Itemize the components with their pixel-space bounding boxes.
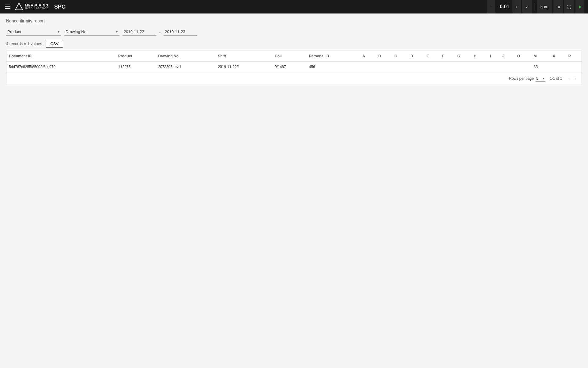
- cell-10: [424, 62, 440, 72]
- cell-3: 2019-11-22/1: [215, 62, 272, 72]
- page-title: Nonconfirmity report: [6, 18, 582, 23]
- rows-per-page-select[interactable]: 5 10 25: [536, 76, 545, 82]
- minus-icon: −: [490, 5, 492, 9]
- col-o[interactable]: O: [515, 51, 531, 62]
- date-to-input[interactable]: [164, 28, 197, 36]
- col-j[interactable]: J: [500, 51, 515, 62]
- prev-page-button[interactable]: ‹: [567, 75, 572, 82]
- fullscreen-icon: ⛶: [567, 5, 571, 9]
- col-d[interactable]: D: [408, 51, 424, 62]
- brand-logo: MEASURING INTELLIGENCE: [15, 2, 49, 11]
- logout-button[interactable]: ⇥: [553, 0, 563, 13]
- user-button[interactable]: guru: [537, 0, 552, 13]
- table-row[interactable]: 5dd767c6255f85002f6ce9791129752078305 re…: [6, 62, 582, 72]
- logout-icon: ⇥: [556, 5, 560, 9]
- cell-9: [408, 62, 424, 72]
- page-content: Nonconfirmity report Product Drawing No.…: [0, 13, 588, 90]
- cell-16: [515, 62, 531, 72]
- col-m[interactable]: M: [531, 51, 550, 62]
- col-shift-label: Shift: [218, 54, 226, 58]
- plus-button[interactable]: +: [512, 0, 521, 13]
- col-drawing-no[interactable]: Drawing No.: [156, 51, 215, 62]
- product-filter[interactable]: Product: [6, 28, 61, 36]
- csv-button[interactable]: CSV: [46, 40, 63, 48]
- records-text: 4 records = 1 values: [6, 41, 42, 46]
- col-p[interactable]: P: [566, 51, 582, 62]
- page-nav: ‹ ›: [567, 75, 578, 82]
- col-product[interactable]: Product: [116, 51, 156, 62]
- menu-button[interactable]: [4, 3, 12, 10]
- pagination: Rows per page 5 10 25 1-1 of 1 ‹ ›: [6, 72, 582, 85]
- data-table: Document ID ↑ Product Drawing No. Shift …: [6, 51, 582, 72]
- rows-per-page-wrapper: 5 10 25: [536, 76, 545, 82]
- cell-14: [487, 62, 500, 72]
- col-drawing-label: Drawing No.: [158, 54, 179, 58]
- cell-15: [500, 62, 515, 72]
- col-f[interactable]: F: [440, 51, 455, 62]
- cell-5: 456: [307, 62, 360, 72]
- date-separator: -: [159, 30, 160, 34]
- col-e[interactable]: E: [424, 51, 440, 62]
- next-page-button[interactable]: ›: [573, 75, 578, 82]
- rows-per-page-label: Rows per page: [509, 76, 534, 81]
- check-button[interactable]: ✓: [522, 0, 532, 13]
- cell-2: 2078305 rev.1: [156, 62, 215, 72]
- indicator-button[interactable]: ♦: [575, 0, 584, 13]
- page-info: 1-1 of 1: [550, 76, 562, 81]
- drawing-filter-wrapper: Drawing No.: [64, 28, 119, 36]
- nav-divider: [534, 3, 534, 10]
- col-personal-id[interactable]: Personal ID: [307, 51, 360, 62]
- fullscreen-button[interactable]: ⛶: [564, 0, 574, 13]
- cell-12: [455, 62, 471, 72]
- cell-19: [566, 62, 582, 72]
- col-coil[interactable]: Coil: [272, 51, 307, 62]
- cell-1: 112975: [116, 62, 156, 72]
- date-from-input[interactable]: [123, 28, 156, 36]
- check-icon: ✓: [525, 5, 529, 9]
- col-document-id[interactable]: Document ID ↑: [6, 51, 116, 62]
- minus-button[interactable]: −: [487, 0, 495, 13]
- records-info: 4 records = 1 values CSV: [6, 40, 582, 48]
- cell-11: [440, 62, 455, 72]
- table-header-row: Document ID ↑ Product Drawing No. Shift …: [6, 51, 582, 62]
- cell-6: [360, 62, 376, 72]
- col-x[interactable]: X: [550, 51, 566, 62]
- col-coil-label: Coil: [275, 54, 282, 58]
- product-filter-wrapper: Product: [6, 28, 61, 36]
- col-g[interactable]: G: [455, 51, 471, 62]
- col-product-label: Product: [118, 54, 132, 58]
- col-a[interactable]: A: [360, 51, 376, 62]
- app-title: SPC: [54, 4, 66, 10]
- nav-value: -0.01: [496, 4, 511, 10]
- col-h[interactable]: H: [471, 51, 487, 62]
- col-b[interactable]: B: [376, 51, 392, 62]
- col-personal-id-label: Personal ID: [309, 54, 329, 58]
- top-navigation: MEASURING INTELLIGENCE SPC − -0.01 + ✓ g…: [0, 0, 588, 13]
- data-table-container: Document ID ↑ Product Drawing No. Shift …: [6, 51, 582, 85]
- plus-icon: +: [515, 5, 518, 9]
- sort-asc-icon: ↑: [33, 55, 35, 58]
- logo-icon: [15, 2, 23, 11]
- cell-13: [471, 62, 487, 72]
- cell-4: 9/1487: [272, 62, 307, 72]
- col-c[interactable]: C: [392, 51, 408, 62]
- cell-8: [392, 62, 408, 72]
- rows-per-page-control: Rows per page 5 10 25: [509, 76, 545, 82]
- filters-bar: Product Drawing No. -: [6, 28, 582, 36]
- col-i[interactable]: I: [487, 51, 500, 62]
- col-shift[interactable]: Shift: [215, 51, 272, 62]
- cell-17: 33: [531, 62, 550, 72]
- brand-sub: INTELLIGENCE: [25, 7, 49, 10]
- col-document-id-label: Document ID: [9, 54, 32, 58]
- cell-18: [550, 62, 566, 72]
- drawing-filter[interactable]: Drawing No.: [64, 28, 119, 36]
- indicator-icon: ♦: [579, 4, 581, 10]
- cell-7: [376, 62, 392, 72]
- cell-0: 5dd767c6255f85002f6ce979: [6, 62, 116, 72]
